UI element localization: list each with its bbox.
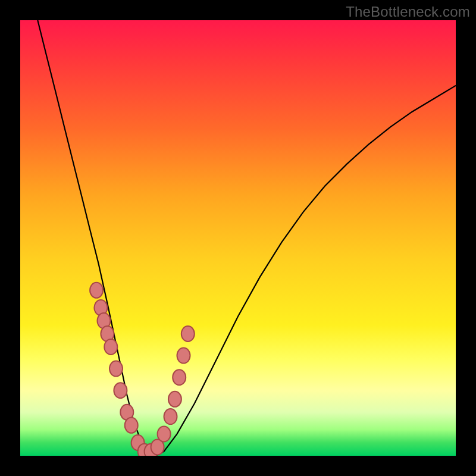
left-branch-markers <box>90 283 151 456</box>
data-marker <box>173 369 186 385</box>
plot-area <box>20 20 456 456</box>
data-marker <box>177 348 190 364</box>
watermark-text: TheBottleneck.com <box>346 4 470 20</box>
data-marker <box>125 418 138 433</box>
chart-frame: TheBottleneck.com <box>0 0 476 476</box>
right-branch-markers <box>145 326 195 456</box>
data-marker <box>168 392 181 407</box>
data-marker <box>158 426 171 441</box>
chart-svg <box>20 20 456 456</box>
bottleneck-curve <box>37 20 456 456</box>
data-marker <box>90 283 103 298</box>
data-marker <box>109 361 123 377</box>
data-marker <box>164 409 177 424</box>
data-marker <box>114 383 127 398</box>
data-marker <box>181 326 195 342</box>
data-marker <box>104 339 117 355</box>
